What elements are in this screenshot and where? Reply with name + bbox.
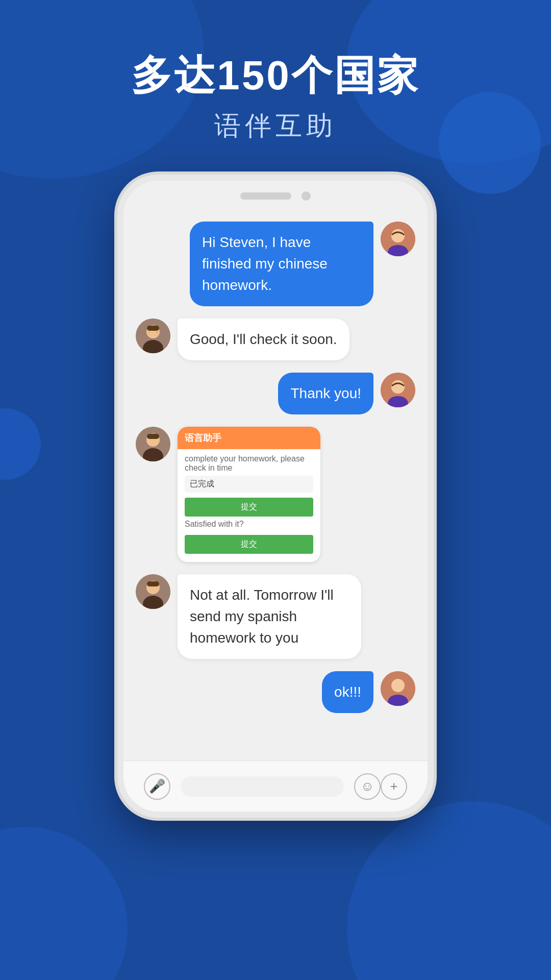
ss-header: 语言助手 (178, 427, 320, 449)
message-row-2: Good, I'll check it soon. (136, 318, 415, 360)
bubble-1: Hi Steven, I have finished my chinese ho… (190, 222, 373, 306)
bubble-text-1: Hi Steven, I have finished my chinese ho… (202, 234, 328, 293)
emoji-icon-button[interactable]: ☺ (354, 773, 381, 800)
bubble-text-3: Thank you! (290, 385, 361, 401)
phone-camera (302, 191, 311, 201)
avatar-female-svg-6 (381, 671, 415, 706)
emoji-icon: ☺ (361, 778, 374, 794)
ss-row-1: complete your homework, please check in … (185, 454, 313, 473)
bubble-3: Thank you! (278, 373, 373, 414)
avatar-female-6 (381, 671, 415, 706)
avatar-female-3 (381, 373, 415, 407)
phone-top-bar (123, 181, 428, 211)
header: 多达150个国家 语伴互助 (0, 0, 551, 144)
wave-bottom-left (0, 827, 128, 980)
header-subtitle: 语伴互助 (0, 108, 551, 144)
ss-row-2: Satisfied with it? (185, 520, 313, 529)
bubble-text-6: ok!!! (334, 684, 361, 700)
svg-rect-7 (147, 326, 159, 331)
header-title: 多达150个国家 (0, 51, 551, 100)
avatar-female-svg-3 (381, 373, 415, 407)
plus-icon-button[interactable]: + (381, 773, 407, 800)
avatar-male-svg-2 (136, 318, 170, 353)
ss-body: complete your homework, please check in … (178, 449, 320, 562)
svg-point-13 (391, 380, 405, 394)
ss-btn-2: 提交 (185, 535, 313, 554)
screenshot-bubble-4: 语言助手 complete your homework, please chec… (178, 427, 320, 562)
svg-rect-21 (147, 581, 159, 586)
svg-point-8 (148, 331, 150, 333)
message-row-3: Thank you! (136, 373, 415, 414)
wave-bottom-right (347, 801, 551, 980)
message-row-6: ok!!! (136, 671, 415, 713)
bubble-5: Not at all. Tomorrow I'll send my spanis… (178, 574, 361, 659)
avatar-male-4 (136, 427, 170, 461)
avatar-male-svg-4 (136, 427, 170, 461)
mic-icon-button[interactable]: 🎤 (144, 773, 170, 800)
bubble-text-5: Not at all. Tomorrow I'll send my spanis… (190, 587, 334, 646)
message-row-5: Not at all. Tomorrow I'll send my spanis… (136, 574, 415, 659)
avatar-male-5 (136, 574, 170, 609)
bubble-6: ok!!! (322, 671, 373, 713)
ss-btn-1: 提交 (185, 498, 313, 517)
avatar-female-svg-1 (381, 222, 415, 256)
ss-input-1: 已完成 (185, 476, 313, 493)
chat-area: Hi Steven, I have finished my chinese ho… (123, 211, 428, 776)
phone-container: Hi Steven, I have finished my chinese ho… (0, 175, 551, 818)
phone-bottom-bar: 🎤 ☺ + (123, 761, 428, 812)
avatar-male-2 (136, 318, 170, 353)
avatar-female-1 (381, 222, 415, 256)
svg-rect-17 (147, 434, 159, 439)
ss-header-text: 语言助手 (185, 433, 221, 443)
message-row-1: Hi Steven, I have finished my chinese ho… (136, 222, 415, 306)
message-row-4: 语言助手 complete your homework, please chec… (136, 427, 415, 562)
phone-mockup: Hi Steven, I have finished my chinese ho… (117, 175, 434, 818)
avatar-male-svg-5 (136, 574, 170, 609)
bubble-2: Good, I'll check it soon. (178, 318, 349, 360)
plus-icon: + (390, 778, 397, 794)
svg-point-3 (391, 229, 405, 242)
svg-point-9 (156, 331, 158, 333)
bubble-text-2: Good, I'll check it soon. (190, 331, 337, 347)
phone-speaker (240, 192, 291, 200)
mic-icon: 🎤 (149, 778, 165, 794)
svg-point-23 (391, 679, 405, 692)
